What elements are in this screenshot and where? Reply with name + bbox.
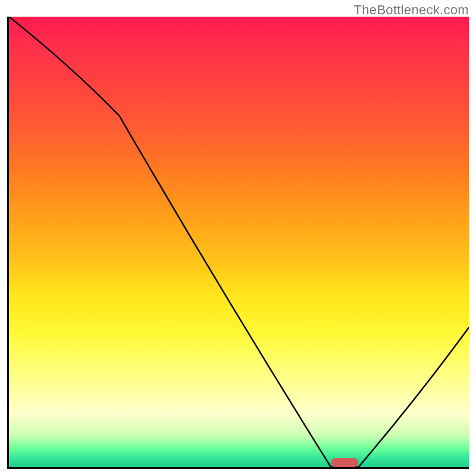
optimal-marker <box>331 458 358 467</box>
plot-area <box>7 17 469 469</box>
watermark-text: TheBottleneck.com <box>354 2 469 18</box>
bottleneck-curve <box>9 17 469 467</box>
